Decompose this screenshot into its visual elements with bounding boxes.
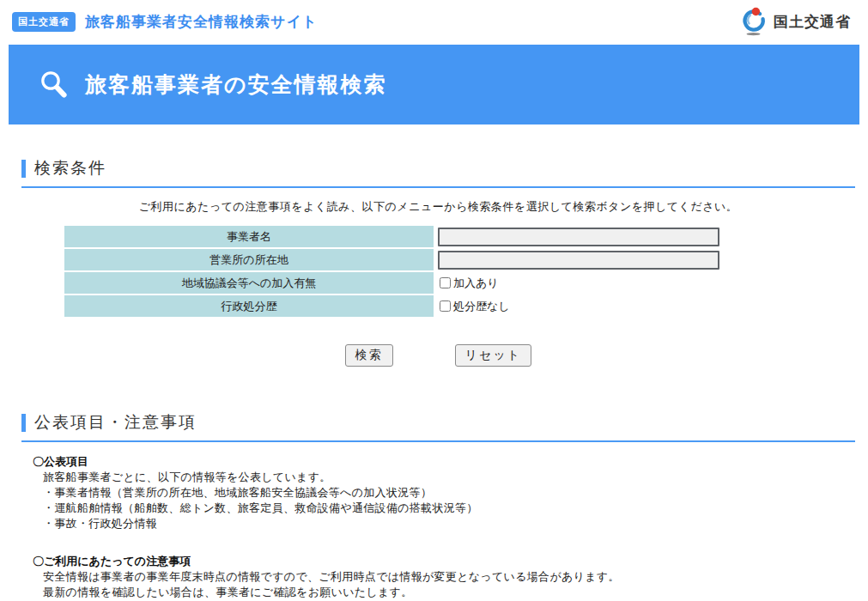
heading-accent-bar: [21, 160, 26, 178]
usage-notes-block: 〇ご利用にあたっての注意事項 安全情報は事業者の事業年度末時点の情報ですので、ご…: [33, 554, 855, 601]
search-form-table: 事業者名 営業所の所在地 地域協議会等への加入有無 加入あり: [64, 226, 721, 317]
main-content: 検索条件 ご利用にあたっての注意事項をよく読み、以下のメニューから検索条件を選択…: [0, 157, 868, 601]
field-value-cell: [438, 226, 721, 247]
published-items-block: 〇公表項目 旅客船事業者ごとに、以下の情報等を公表しています。 ・事業者情報（営…: [33, 454, 855, 531]
reset-button[interactable]: リセット: [455, 344, 531, 367]
note-line: ・事故・行政処分情報: [43, 516, 855, 531]
header-left: 国土交通省 旅客船事業者安全情報検索サイト: [12, 12, 318, 32]
field-value-cell: [438, 249, 721, 270]
mlit-badge: 国土交通省: [12, 12, 76, 32]
note-block-title: 〇ご利用にあたっての注意事項: [33, 554, 855, 569]
field-label-disciplinary-history: 行政処分歴: [64, 295, 434, 317]
field-label-operator-name: 事業者名: [64, 226, 434, 247]
table-row: 地域協議会等への加入有無 加入あり: [64, 272, 721, 294]
site-title-link[interactable]: 旅客船事業者安全情報検索サイト: [85, 12, 318, 32]
council-membership-option: 加入あり: [438, 276, 499, 291]
notes-section-heading: 公表項目・注意事項: [21, 411, 855, 434]
note-line: ・運航船舶情報（船舶数、総トン数、旅客定員、救命設備や通信設備の搭載状況等）: [43, 501, 855, 516]
note-line: 最新の情報を確認したい場合は、事業者にご確認をお願いいたします。: [43, 585, 855, 600]
note-line: 安全情報は事業者の事業年度末時点の情報ですので、ご利用時点では情報が変更となって…: [43, 569, 855, 585]
heading-accent-bar: [21, 414, 26, 432]
header-right: 国土交通省: [739, 6, 851, 37]
search-button[interactable]: 検索: [345, 344, 393, 367]
office-location-input[interactable]: [438, 251, 719, 270]
search-section-heading: 検索条件: [21, 157, 855, 179]
table-row: 行政処分歴 処分歴なし: [64, 295, 721, 317]
notes-heading-text: 公表項目・注意事項: [34, 411, 197, 434]
search-instruction: ご利用にあたっての注意事項をよく読み、以下のメニューから検索条件を選択して検索ボ…: [21, 199, 855, 215]
council-membership-checkbox[interactable]: [440, 277, 451, 288]
table-row: 営業所の所在地: [64, 249, 721, 270]
disciplinary-history-checkbox[interactable]: [440, 300, 451, 312]
search-section: 検索条件 ご利用にあたっての注意事項をよく読み、以下のメニューから検索条件を選択…: [21, 157, 855, 367]
search-heading-text: 検索条件: [34, 157, 106, 179]
disciplinary-history-option: 処分歴なし: [438, 299, 510, 314]
operator-name-input[interactable]: [438, 228, 719, 246]
field-label-council-membership: 地域協議会等への加入有無: [64, 272, 434, 294]
table-row: 事業者名: [64, 226, 721, 247]
note-line: ・事業者情報（営業所の所在地、地域旅客船安全協議会等への加入状況等）: [43, 485, 855, 501]
checkbox-label: 加入あり: [453, 276, 499, 291]
heading-rule: [21, 186, 855, 188]
checkbox-label: 処分歴なし: [453, 299, 510, 314]
button-row: 検索 リセット: [21, 344, 855, 367]
notes-section: 公表項目・注意事項 〇公表項目 旅客船事業者ごとに、以下の情報等を公表しています…: [21, 411, 855, 601]
heading-rule: [21, 440, 855, 442]
org-name: 国土交通省: [774, 12, 851, 32]
field-value-cell: 加入あり: [438, 272, 721, 294]
hero-banner: 旅客船事業者の安全情報検索: [9, 45, 859, 124]
note-block-title: 〇公表項目: [33, 454, 855, 470]
field-label-office-location: 営業所の所在地: [64, 249, 434, 270]
note-line: 旅客船事業者ごとに、以下の情報等を公表しています。: [43, 470, 855, 485]
mlit-logo-icon: [739, 6, 768, 37]
page-title: 旅客船事業者の安全情報検索: [85, 70, 387, 99]
top-header: 国土交通省 旅客船事業者安全情報検索サイト 国土交通省: [0, 0, 868, 43]
field-value-cell: 処分歴なし: [438, 295, 721, 317]
search-icon: [39, 70, 70, 100]
